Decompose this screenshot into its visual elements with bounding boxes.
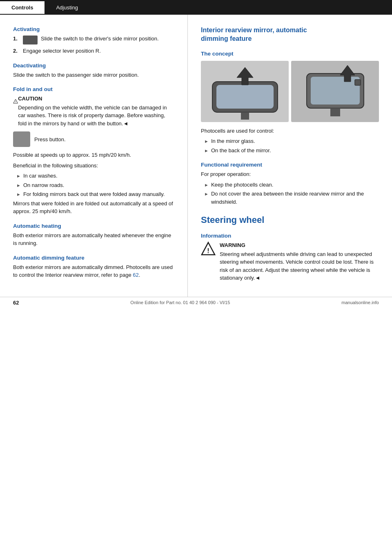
list-item-3: ► For folding mirrors back out that were… xyxy=(13,190,174,198)
footer-website: manualsonline.info xyxy=(341,300,379,305)
photocell-item-2: ► On the back of the mirror. xyxy=(201,147,379,155)
photocell-item-1-text: In the mirror glass. xyxy=(211,137,255,145)
functional-heading: Functional requirement xyxy=(201,162,379,168)
functional-item-1-text: Keep the photocells clean. xyxy=(211,181,274,189)
auto-dimming-period: . xyxy=(139,272,140,278)
top-navigation: Controls Adjusting xyxy=(0,0,392,15)
step-2-number: 2. xyxy=(13,47,20,55)
svg-rect-10 xyxy=(355,80,361,85)
step-1: 1. Slide the switch to the driver's side… xyxy=(13,35,174,44)
concept-heading: The concept xyxy=(201,51,379,57)
interior-mirror-heading: Interior rearview mirror, automatic dimm… xyxy=(201,26,379,43)
press-button-row: Press button. xyxy=(13,131,174,147)
caution-text-block: CAUTION Depending on the vehicle width, … xyxy=(18,95,174,127)
mirror-svg-left xyxy=(204,61,286,122)
warning-title: WARNING xyxy=(220,241,379,249)
svg-rect-3 xyxy=(216,85,274,109)
warning-block: ! WARNING Steering wheel adjustments whi… xyxy=(201,241,379,282)
functional-intro: For proper operation: xyxy=(201,170,379,178)
auto-dimming-link[interactable]: 62 xyxy=(133,272,138,278)
svg-rect-7 xyxy=(311,77,360,105)
left-column: Activating 1. Slide the switch to the dr… xyxy=(0,15,188,297)
tab-controls[interactable]: Controls xyxy=(0,1,45,14)
information-heading: Information xyxy=(201,233,379,239)
auto-dimming-text: Both exterior mirrors are automatically … xyxy=(13,263,174,279)
caution-block: ! CAUTION Depending on the vehicle width… xyxy=(13,95,174,127)
photocell-arrow-1: ► xyxy=(204,138,209,145)
mirror-image-right xyxy=(291,61,379,122)
auto-heating-text: Both exterior mirrors are automatically … xyxy=(13,231,174,247)
list-item-3-text: For folding mirrors back out that were f… xyxy=(23,190,165,198)
svg-rect-4 xyxy=(241,112,249,120)
step-1-text: Slide the switch to the driver's side mi… xyxy=(41,35,159,43)
deactivating-text: Slide the switch to the passenger side m… xyxy=(13,71,174,79)
arrow-icon-1: ► xyxy=(16,173,21,180)
step-1-number: 1. xyxy=(13,35,20,43)
step-2: 2. Engage selector lever position R. xyxy=(13,47,174,55)
right-column: Interior rearview mirror, automatic dimm… xyxy=(188,15,392,297)
main-content: Activating 1. Slide the switch to the dr… xyxy=(0,15,392,297)
warning-body: Steering wheel adjustments while driving… xyxy=(220,251,374,281)
mirrors-auto-text: Mirrors that were folded in are folded o… xyxy=(13,200,174,216)
activating-heading: Activating xyxy=(13,26,174,32)
list-item-1: ► In car washes. xyxy=(13,172,174,180)
possible-speeds-text: Possible at speeds up to approx. 15 mph/… xyxy=(13,151,174,159)
functional-item-2: ► Do not cover the area between the insi… xyxy=(201,190,379,206)
photocells-list: ► In the mirror glass. ► On the back of … xyxy=(201,137,379,154)
svg-text:!: ! xyxy=(15,100,16,103)
steering-wheel-heading: Steering wheel xyxy=(201,215,379,225)
auto-dimming-body: Both exterior mirrors are automatically … xyxy=(13,264,173,278)
deactivating-heading: Deactivating xyxy=(13,62,174,69)
footer: 62 Online Edition for Part no. 01 40 2 9… xyxy=(0,297,392,308)
list-item-1-text: In car washes. xyxy=(23,172,58,180)
switch-icon xyxy=(23,36,38,44)
caution-icon: ! xyxy=(13,95,18,108)
functional-list: ► Keep the photocells clean. ► Do not co… xyxy=(201,181,379,206)
press-button-text: Press button. xyxy=(34,136,66,142)
svg-rect-8 xyxy=(330,108,340,116)
functional-arrow-1: ► xyxy=(204,182,209,189)
mirror-svg-right xyxy=(294,61,376,122)
page-number: 62 xyxy=(13,300,19,306)
auto-dimming-heading: Automatic dimming feature xyxy=(13,255,174,261)
photocell-item-1: ► In the mirror glass. xyxy=(201,137,379,145)
button-icon xyxy=(13,131,30,147)
warning-text-block: WARNING Steering wheel adjustments while… xyxy=(220,241,379,282)
warning-icon: ! xyxy=(201,241,216,256)
functional-item-1: ► Keep the photocells clean. xyxy=(201,181,379,189)
arrow-icon-3: ► xyxy=(16,191,21,198)
footer-text: Online Edition for Part no. 01 40 2 964 … xyxy=(130,300,230,305)
svg-text:!: ! xyxy=(207,247,209,254)
arrow-icon-2: ► xyxy=(16,182,21,189)
auto-heating-heading: Automatic heating xyxy=(13,223,174,229)
functional-arrow-2: ► xyxy=(204,191,209,198)
step-2-text: Engage selector lever position R. xyxy=(23,47,101,55)
fold-heading: Fold in and out xyxy=(13,86,174,92)
mirror-image-left xyxy=(201,61,289,122)
mirror-images xyxy=(201,61,379,122)
tab-adjusting[interactable]: Adjusting xyxy=(45,1,89,14)
functional-item-2-text: Do not cover the area between the inside… xyxy=(211,190,379,206)
photocell-item-2-text: On the back of the mirror. xyxy=(211,147,271,155)
list-item-2: ► On narrow roads. xyxy=(13,181,174,189)
beneficial-text: Beneficial in the following situations: xyxy=(13,162,174,170)
beneficial-list: ► In car washes. ► On narrow roads. ► Fo… xyxy=(13,172,174,198)
photocell-arrow-2: ► xyxy=(204,147,209,154)
caution-body: Depending on the vehicle width, the vehi… xyxy=(18,105,167,127)
caution-title: CAUTION xyxy=(18,95,174,103)
photocells-text: Photocells are used for control: xyxy=(201,127,379,135)
list-item-2-text: On narrow roads. xyxy=(23,181,64,189)
